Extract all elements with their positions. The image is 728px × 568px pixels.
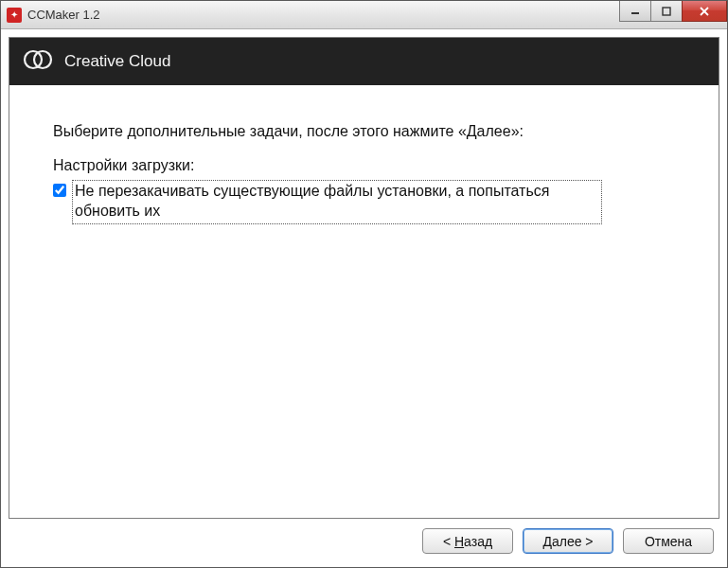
button-bar: < Назад Далее > Отмена <box>1 519 727 567</box>
window-controls <box>620 1 727 22</box>
minimize-icon <box>630 7 640 16</box>
close-button[interactable] <box>682 1 727 22</box>
minimize-button[interactable] <box>619 1 651 22</box>
maximize-icon <box>662 7 671 16</box>
titlebar[interactable]: ✦ CCMaker 1.2 <box>1 1 727 29</box>
window-title: CCMaker 1.2 <box>27 8 100 22</box>
close-icon <box>699 7 710 16</box>
dialog-body: Creative Cloud Выберите дополнительные з… <box>9 37 719 519</box>
option-row: Не перезакачивать существующие файлы уст… <box>53 180 675 224</box>
next-button[interactable]: Далее > <box>523 528 613 554</box>
dialog-header: Creative Cloud <box>9 38 719 85</box>
dialog-title: Creative Cloud <box>64 52 170 71</box>
creative-cloud-icon <box>23 49 53 74</box>
cancel-button[interactable]: Отмена <box>623 528 714 554</box>
app-window: ✦ CCMaker 1.2 <box>0 0 728 568</box>
update-existing-checkbox[interactable] <box>53 184 66 197</box>
content-area: Выберите дополнительные задачи, после эт… <box>9 85 719 518</box>
instruction-text: Выберите дополнительные задачи, после эт… <box>53 123 675 140</box>
svg-rect-1 <box>663 8 670 15</box>
svg-rect-0 <box>631 12 639 14</box>
app-icon: ✦ <box>7 8 22 23</box>
maximize-button[interactable] <box>650 1 683 22</box>
checkbox-label[interactable]: Не перезакачивать существующие файлы уст… <box>72 180 602 224</box>
section-label: Настройки загрузки: <box>53 157 675 174</box>
checkbox-wrap <box>53 184 66 197</box>
back-button[interactable]: < Назад <box>422 528 513 554</box>
